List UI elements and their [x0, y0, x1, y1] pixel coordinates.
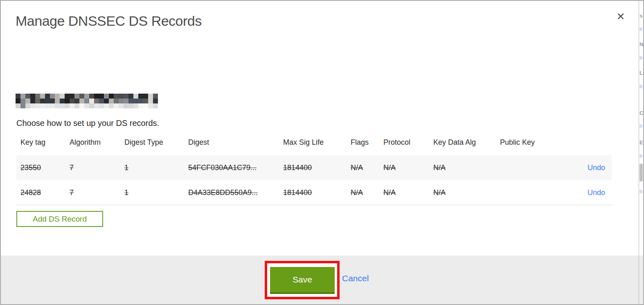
table-row: 23550 7 1 54FCF030AA1C79... 1814400 N/A … — [16, 155, 612, 180]
background-text-fragment: L — [639, 70, 643, 76]
background-link-fragment — [639, 85, 642, 88]
cell-key-data-alg: N/A — [433, 164, 500, 172]
cell-algorithm: 7 — [70, 164, 124, 172]
undo-link[interactable]: Undo — [585, 188, 612, 197]
column-header-key-tag: Key tag — [16, 138, 70, 147]
column-header-max-sig-life: Max Sig Life — [283, 138, 351, 147]
cell-flags: N/A — [351, 164, 383, 172]
cell-digest: 54FCF030AA1C79... — [188, 164, 283, 172]
save-button[interactable]: Save — [270, 267, 335, 294]
column-header-protocol: Protocol — [383, 138, 433, 147]
cell-digest-type: 1 — [124, 164, 188, 172]
background-text-fragment: s — [639, 13, 642, 18]
dialog-subtitle: Choose how to set up your DS records. — [16, 119, 159, 128]
undo-link[interactable]: Undo — [585, 164, 612, 172]
add-ds-record-button[interactable]: Add DS Record — [16, 211, 103, 227]
background-link-fragment — [639, 190, 642, 193]
scrollbar-thumb[interactable] — [639, 164, 643, 182]
column-header-digest: Digest — [188, 138, 283, 147]
column-header-public-key: Public Key — [500, 138, 585, 147]
background-text-fragment: E — [639, 140, 643, 145]
redacted-domain-name — [16, 94, 161, 108]
table-row: 24828 7 1 D4A33E8DD550A9... 1814400 N/A … — [16, 180, 612, 205]
cell-protocol: N/A — [383, 188, 433, 197]
cell-algorithm: 7 — [70, 188, 124, 197]
table-header-row: Key tag Algorithm Digest Type Digest Max… — [16, 136, 612, 155]
cell-max-sig-life: 1814400 — [283, 188, 351, 197]
close-icon[interactable]: ✕ — [614, 10, 627, 23]
cell-key-data-alg: N/A — [433, 188, 500, 197]
cell-flags: N/A — [351, 188, 383, 197]
cell-digest: D4A33E8DD550A9... — [188, 188, 283, 197]
column-header-digest-type: Digest Type — [124, 138, 188, 147]
background-text-fragment: N — [639, 42, 643, 47]
cell-digest-type: 1 — [124, 188, 188, 197]
dnssec-dialog: Manage DNSSEC DS Records ✕ Choose how to… — [0, 0, 644, 305]
cell-protocol: N/A — [383, 164, 433, 172]
cell-key-tag: 23550 — [16, 164, 70, 172]
background-link-fragment — [639, 27, 642, 31]
background-link-fragment — [639, 56, 642, 60]
background-link-fragment — [639, 154, 642, 158]
dialog-title: Manage DNSSEC DS Records — [16, 13, 202, 29]
background-text-fragment: C — [639, 110, 643, 116]
cell-max-sig-life: 1814400 — [283, 164, 351, 172]
cell-key-tag: 24828 — [16, 188, 70, 197]
column-header-flags: Flags — [351, 138, 383, 147]
column-header-algorithm: Algorithm — [70, 138, 124, 147]
cancel-link[interactable]: Cancel — [342, 274, 369, 283]
ds-records-table: Key tag Algorithm Digest Type Digest Max… — [16, 136, 612, 205]
column-header-key-data-alg: Key Data Alg — [433, 138, 500, 147]
background-link-fragment — [639, 124, 642, 128]
background-page-sliver: s N L C E — [639, 1, 643, 304]
